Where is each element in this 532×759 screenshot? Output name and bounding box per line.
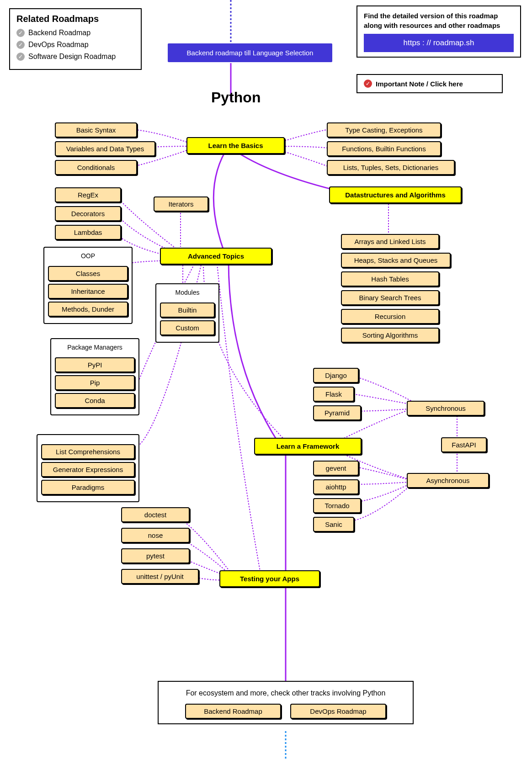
topic-node[interactable]: Tornado xyxy=(313,498,361,513)
check-icon: ✓ xyxy=(16,41,25,49)
main-node-advanced[interactable]: Advanced Topics xyxy=(160,248,272,265)
footer-link[interactable]: Backend Roadmap xyxy=(185,704,281,719)
topic-node[interactable]: Sorting Algorithms xyxy=(341,328,439,343)
topic-node[interactable]: doctest xyxy=(121,507,190,522)
alert-icon: ✓ xyxy=(364,80,372,88)
topic-node[interactable]: Lists, Tuples, Sets, Dictionaries xyxy=(327,160,455,175)
topic-node[interactable]: Classes xyxy=(48,266,128,281)
related-item[interactable]: ✓Software Design Roadmap xyxy=(16,53,134,61)
related-roadmaps-panel: Related Roadmaps ✓Backend Roadmap ✓DevOp… xyxy=(9,8,142,70)
topic-node[interactable]: Flask xyxy=(313,387,354,402)
topic-node[interactable]: gevent xyxy=(313,461,359,476)
related-item[interactable]: ✓Backend Roadmap xyxy=(16,29,134,37)
main-node-framework[interactable]: Learn a Framework xyxy=(254,438,362,455)
topic-node[interactable]: Iterators xyxy=(154,196,208,212)
topic-node[interactable]: Paradigms xyxy=(41,480,135,495)
topic-node[interactable]: Variables and Data Types xyxy=(55,141,155,156)
topic-node[interactable]: Asynchronous xyxy=(407,473,489,488)
topic-node[interactable]: Pyramid xyxy=(313,405,361,420)
detail-banner: Find the detailed version of this roadma… xyxy=(356,5,521,58)
topic-node[interactable]: Recursion xyxy=(341,309,439,324)
main-node-testing[interactable]: Testing your Apps xyxy=(219,570,320,587)
topic-node[interactable]: Generator Expressions xyxy=(41,462,135,477)
important-note-label: Important Note / Click here xyxy=(376,80,463,88)
extras-panel: List Comprehensions Generator Expression… xyxy=(37,434,139,502)
topic-node[interactable]: Functions, Builtin Functions xyxy=(327,141,441,156)
topic-node[interactable]: Type Casting, Exceptions xyxy=(327,122,441,138)
topic-node[interactable]: RegEx xyxy=(55,187,121,202)
topic-node[interactable]: Synchronous xyxy=(407,401,484,416)
footer-text: For ecosystem and more, check other trac… xyxy=(165,689,406,697)
topic-node[interactable]: aiohttp xyxy=(313,479,359,494)
check-icon: ✓ xyxy=(16,53,25,61)
topic-node[interactable]: Decorators xyxy=(55,206,121,221)
topic-node[interactable]: Methods, Dunder xyxy=(48,302,128,317)
topic-node[interactable]: Lambdas xyxy=(55,225,121,240)
footer-link[interactable]: DevOps Roadmap xyxy=(290,704,386,719)
topic-node[interactable]: List Comprehensions xyxy=(41,444,135,459)
panel-title: OOP xyxy=(48,251,128,263)
package-managers-panel: Package Managers PyPI Pip Conda xyxy=(50,338,139,415)
topic-node[interactable]: Sanic xyxy=(313,517,354,532)
related-item[interactable]: ✓DevOps Roadmap xyxy=(16,41,134,49)
topic-node[interactable]: Arrays and Linked Lists xyxy=(341,234,439,249)
topic-node[interactable]: nose xyxy=(121,528,190,543)
main-node-basics[interactable]: Learn the Basics xyxy=(186,137,285,154)
page-title: Python xyxy=(211,89,261,106)
topic-node[interactable]: Inheritance xyxy=(48,284,128,299)
modules-panel: Modules Builtin Custom xyxy=(155,283,219,343)
topic-node[interactable]: Conda xyxy=(55,393,135,408)
panel-title: Modules xyxy=(160,288,215,300)
topic-node[interactable]: Heaps, Stacks and Queues xyxy=(341,253,451,268)
banner-text: Find the detailed version of this roadma… xyxy=(364,11,514,30)
panel-title: Package Managers xyxy=(55,343,135,355)
topic-node[interactable]: Conditionals xyxy=(55,160,137,175)
topic-node[interactable]: PyPI xyxy=(55,357,135,372)
footer-panel: For ecosystem and more, check other trac… xyxy=(158,681,414,724)
important-note[interactable]: ✓ Important Note / Click here xyxy=(356,74,503,93)
topic-node[interactable]: FastAPI xyxy=(441,437,487,452)
check-icon: ✓ xyxy=(16,29,25,37)
start-node[interactable]: Backend roadmap till Language Selection xyxy=(168,43,332,62)
topic-node[interactable]: Django xyxy=(313,368,359,383)
topic-node[interactable]: Basic Syntax xyxy=(55,122,137,138)
roadmap-link-button[interactable]: https : // roadmap.sh xyxy=(364,34,514,52)
topic-node[interactable]: Hash Tables xyxy=(341,271,439,287)
main-node-dsa[interactable]: Datastructures and Algorithms xyxy=(329,186,462,203)
topic-node[interactable]: Custom xyxy=(160,320,215,335)
related-roadmaps-title: Related Roadmaps xyxy=(16,14,134,24)
topic-node[interactable]: unittest / pyUnit xyxy=(121,569,199,584)
topic-node[interactable]: Pip xyxy=(55,375,135,390)
oop-panel: OOP Classes Inheritance Methods, Dunder xyxy=(43,247,133,324)
topic-node[interactable]: pytest xyxy=(121,548,190,563)
topic-node[interactable]: Builtin xyxy=(160,303,215,318)
topic-node[interactable]: Binary Search Trees xyxy=(341,290,439,305)
